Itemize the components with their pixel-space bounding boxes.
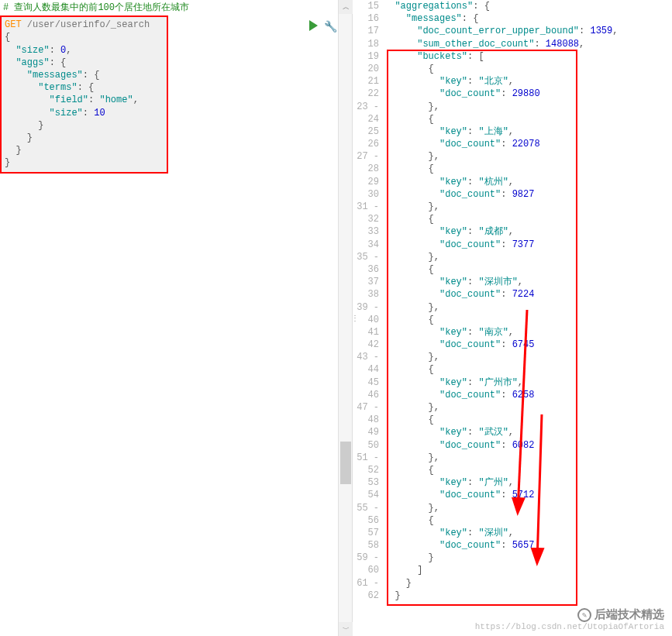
comment-line: # 查询人数最集中的前100个居住地所在城市	[0, 0, 352, 15]
response-line: "key": "深圳",	[384, 527, 672, 539]
wrench-icon[interactable]: 🔧	[324, 20, 335, 31]
watermark-url: https://blog.csdn.net/UtopiaOfArtoria	[475, 622, 664, 631]
request-editor[interactable]: # 查询人数最集中的前100个居住地所在城市 GET /user/userinf…	[0, 0, 352, 174]
response-line: "doc_count": 5657	[384, 539, 672, 552]
response-line: },	[384, 251, 672, 263]
scroll-up-icon[interactable]: ︿	[339, 0, 353, 14]
response-line: "key": "上海",	[384, 125, 672, 138]
query-body-line: }	[5, 119, 164, 132]
response-editor[interactable]: "aggregations": { "messages": { "doc_cou…	[384, 0, 672, 602]
query-body-line: }	[5, 132, 164, 144]
response-line: "key": "深圳市",	[384, 276, 672, 288]
response-line: {	[384, 263, 672, 276]
response-line: {	[384, 163, 672, 175]
scroll-down-icon[interactable]: ﹀	[339, 622, 353, 636]
response-line: },	[384, 201, 672, 213]
line-gutter: 151617181920212223 -24252627 -28293031 -…	[354, 0, 384, 602]
response-line: {	[384, 464, 672, 476]
response-line: {	[384, 314, 672, 326]
response-line: "doc_count": 5712	[384, 489, 672, 501]
response-line: },	[384, 351, 672, 363]
response-line: "doc_count": 6082	[384, 439, 672, 452]
response-line: "doc_count": 29880	[384, 88, 672, 100]
response-line: {	[384, 113, 672, 125]
response-line: "doc_count": 22078	[384, 138, 672, 150]
response-line: {	[384, 63, 672, 75]
response-line: },	[384, 101, 672, 113]
response-line: },	[384, 452, 672, 464]
response-line: "doc_count": 7224	[384, 288, 672, 301]
response-line: "key": "成都",	[384, 225, 672, 238]
response-line: "doc_count": 6745	[384, 339, 672, 351]
response-line: "key": "武汉",	[384, 426, 672, 438]
left-scrollbar[interactable]: ︿ ﹀	[338, 0, 352, 636]
response-line: "key": "广州",	[384, 476, 672, 489]
query-body-line: "aggs": {	[5, 57, 164, 69]
response-line: {	[384, 514, 672, 527]
run-query-icon[interactable]	[309, 20, 318, 31]
request-path: /user/userinfo/_search	[22, 19, 150, 30]
response-line: }	[384, 577, 672, 590]
scroll-thumb[interactable]	[340, 442, 351, 484]
query-body-line: "field": "home",	[5, 94, 164, 106]
response-line: ]	[384, 564, 672, 576]
response-line: {	[384, 213, 672, 225]
query-body-line: "messages": {	[5, 69, 164, 81]
response-panel: ⋮ 151617181920212223 -24252627 -28293031…	[353, 0, 672, 636]
response-line: "doc_count": 6258	[384, 389, 672, 401]
http-method: GET	[5, 19, 22, 30]
response-line: }	[384, 552, 672, 564]
response-line: },	[384, 150, 672, 163]
response-line: "key": "杭州",	[384, 176, 672, 188]
response-line: },	[384, 502, 672, 514]
query-body-line: "size": 10	[5, 107, 164, 119]
query-body-line: "terms": {	[5, 81, 164, 94]
watermark-title: 后端技术精选	[594, 607, 664, 622]
response-line: "messages": {	[384, 12, 672, 25]
response-line: "buckets": [	[384, 50, 672, 63]
response-line: "key": "南京",	[384, 326, 672, 339]
query-body-line: "size": 0,	[5, 44, 164, 57]
query-body-line: {	[5, 31, 164, 43]
response-line: },	[384, 401, 672, 414]
request-panel: # 查询人数最集中的前100个居住地所在城市 GET /user/userinf…	[0, 0, 353, 636]
response-line: {	[384, 363, 672, 376]
response-line: "doc_count": 7377	[384, 239, 672, 251]
response-line: "key": "北京",	[384, 75, 672, 88]
response-line: "key": "广州市",	[384, 376, 672, 389]
watermark: ✎后端技术精选 https://blog.csdn.net/UtopiaOfAr…	[475, 607, 664, 631]
response-line: "sum_other_doc_count": 148088,	[384, 38, 672, 50]
panel-resize-handle[interactable]: ⋮	[351, 316, 359, 320]
response-line: "doc_count": 9827	[384, 188, 672, 201]
request-line: GET /user/userinfo/_search	[5, 19, 164, 31]
response-line: },	[384, 301, 672, 314]
query-body-line: }	[5, 156, 164, 169]
response-line: }	[384, 590, 672, 602]
watermark-logo-icon: ✎	[577, 608, 591, 622]
response-line: {	[384, 414, 672, 426]
query-body-line: }	[5, 144, 164, 156]
response-line: "aggregations": {	[384, 0, 672, 12]
response-line: "doc_count_error_upper_bound": 1359,	[384, 25, 672, 37]
request-toolbar: 🔧	[309, 20, 335, 31]
query-highlight-box: GET /user/userinfo/_search { "size": 0, …	[0, 15, 168, 174]
